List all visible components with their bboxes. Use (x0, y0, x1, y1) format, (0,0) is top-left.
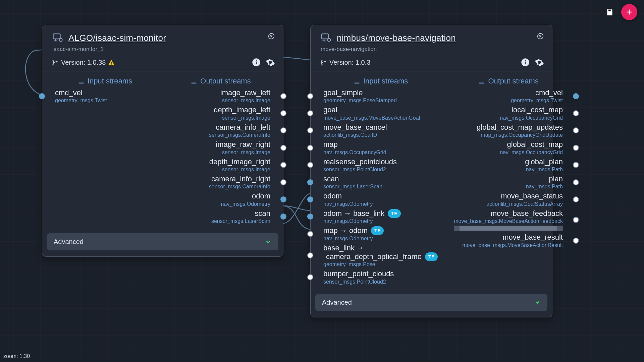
port-out[interactable] (573, 179, 579, 185)
port-out[interactable] (573, 127, 579, 133)
stream-type: nav_msgs.Odometry (323, 236, 438, 242)
stream-type: sensor_msgs.CameraInfo (171, 132, 270, 138)
plus-icon (625, 8, 634, 16)
port-out[interactable] (280, 110, 286, 116)
stream-name: move_base_result (454, 233, 563, 242)
stream-type: actionlib_msgs.GoalStatusArray (454, 201, 563, 207)
port-in[interactable] (307, 179, 313, 185)
node-move-base-navigation[interactable]: nimbus/move-base-navigation move-base-na… (310, 25, 552, 317)
port-out[interactable] (573, 238, 579, 244)
input-streams-column: Input streams cmd_velgeometry_msgs.Twist (47, 75, 163, 225)
port-out[interactable] (280, 93, 286, 99)
stream-output: image_raw_leftsensor_msgs.Image (163, 87, 278, 105)
port-in[interactable] (307, 110, 313, 116)
port-out[interactable] (280, 179, 286, 185)
zoom-indicator: zoom: 1.30 (3, 353, 30, 359)
close-icon[interactable] (537, 33, 544, 40)
port-in[interactable] (307, 252, 313, 258)
stream-output: move_base_resultmove_base_msgs.MoveBaseA… (446, 232, 571, 249)
stream-type: sensor_msgs.Image (171, 149, 270, 156)
stream-name: global_cost_map (454, 140, 563, 149)
port-in[interactable] (307, 274, 313, 280)
add-button[interactable] (621, 4, 637, 20)
stream-name: scan (171, 209, 270, 218)
horizontal-scrollbar[interactable] (454, 226, 563, 231)
version-label: Version: 1.0.3 (329, 59, 370, 66)
stream-input: scansensor_msgs.LaserScan (315, 174, 446, 191)
stream-name: scan (323, 175, 438, 183)
port-in[interactable] (39, 93, 45, 99)
branch-icon (320, 59, 327, 66)
node-isaac-sim-monitor[interactable]: ALGO/isaac-sim-monitor isaac-sim-monitor… (42, 25, 283, 257)
stream-name: depth_image_right (171, 158, 270, 166)
port-out[interactable] (280, 127, 286, 133)
stream-type: move_base_msgs.MoveBaseActionGoal (323, 115, 438, 121)
stream-output: global_cost_map_updatesmap_msgs.Occupanc… (446, 122, 571, 139)
warning-icon[interactable] (108, 59, 115, 66)
port-out[interactable] (573, 162, 579, 168)
port-out[interactable] (280, 162, 286, 168)
component-icon (52, 32, 64, 44)
port-out[interactable] (280, 196, 286, 202)
stream-type: nav_msgs.Path (454, 167, 563, 173)
port-out[interactable] (280, 145, 286, 151)
input-streams-column: Input streams goal_simplegeometry_msgs.P… (315, 75, 446, 286)
port-out[interactable] (573, 110, 579, 116)
stream-type: geometry_msgs.PoseStamped (323, 98, 438, 104)
svg-rect-11 (322, 34, 329, 39)
stream-name: realsense_pointclouds (323, 158, 438, 166)
stream-type: nav_msgs.OccupancyGrid (323, 149, 438, 156)
save-button[interactable] (604, 6, 616, 18)
stream-type: sensor_msgs.CameraInfo (171, 184, 270, 190)
stream-name: image_raw_right (171, 140, 270, 149)
stream-name: map (323, 140, 438, 149)
stream-output: cmd_velgeometry_msgs.Twist (446, 87, 571, 105)
svg-rect-18 (525, 62, 526, 64)
stream-output: scansensor_msgs.LaserScan (163, 208, 278, 225)
svg-rect-9 (256, 62, 257, 64)
node-title[interactable]: nimbus/move-base-navigation (337, 33, 456, 43)
port-out[interactable] (573, 196, 579, 202)
port-out[interactable] (573, 93, 579, 99)
stream-input: realsense_pointcloudssensor_msgs.PointCl… (315, 157, 446, 174)
port-in[interactable] (307, 196, 313, 202)
tf-badge: TF (388, 209, 400, 218)
gear-icon[interactable] (535, 58, 544, 67)
port-in[interactable] (307, 145, 313, 151)
advanced-toggle[interactable]: Advanced (47, 233, 278, 250)
port-out[interactable] (573, 145, 579, 151)
node-header: ALGO/isaac-sim-monitor isaac-sim-monitor… (42, 25, 283, 71)
node-graph-canvas[interactable]: ALGO/isaac-sim-monitor isaac-sim-monitor… (0, 0, 644, 362)
close-icon[interactable] (268, 33, 275, 40)
svg-rect-19 (525, 60, 526, 61)
stream-name: bumper_point_clouds (323, 269, 438, 278)
stream-input: map → odomTFnav_msgs.Odometry (315, 225, 446, 242)
stream-input: base_link →camera_depth_optical_frameTFg… (315, 243, 446, 269)
stream-name: image_raw_left (171, 88, 270, 97)
stream-output: depth_image_rightsensor_msgs.Image (163, 157, 278, 174)
node-subtitle: isaac-sim-monitor_1 (52, 46, 274, 53)
port-in[interactable] (307, 231, 313, 237)
branch-icon (52, 59, 58, 66)
port-out[interactable] (280, 214, 286, 220)
input-streams-header: Input streams (315, 75, 446, 87)
port-in[interactable] (307, 93, 313, 99)
svg-point-14 (321, 60, 322, 61)
stream-name: camera_info_left (171, 123, 270, 132)
stream-output: depth_image_leftsensor_msgs.Image (163, 105, 278, 122)
stream-output: move_base_feedbackmove_base_msgs.MoveBas… (446, 208, 571, 232)
info-icon[interactable] (252, 58, 261, 67)
stream-name: map → odomTF (323, 226, 438, 235)
stream-name: odom (323, 192, 438, 200)
gear-icon[interactable] (266, 58, 275, 67)
stream-type: move_base_msgs.MoveBaseActionFeedback (454, 218, 563, 224)
stream-name: goal_simple (323, 88, 438, 97)
node-title[interactable]: ALGO/isaac-sim-monitor (68, 33, 166, 43)
advanced-toggle[interactable]: Advanced (315, 294, 547, 311)
port-in[interactable] (307, 162, 313, 168)
info-icon[interactable] (521, 58, 530, 67)
port-in[interactable] (307, 214, 313, 220)
port-out[interactable] (573, 217, 579, 223)
port-in[interactable] (307, 127, 313, 133)
stream-type: nav_msgs.Odometry (323, 201, 438, 207)
